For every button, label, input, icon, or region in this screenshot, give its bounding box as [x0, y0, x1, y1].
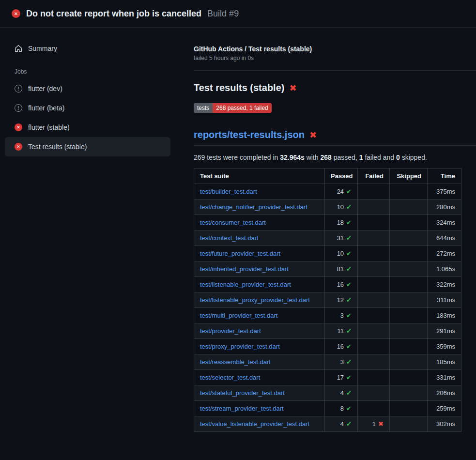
test-suite-link[interactable]: test/value_listenable_provider_test.dart [200, 420, 309, 428]
failed-cell [358, 184, 390, 199]
failed-cell: 1✖ [358, 416, 390, 432]
skipped-cell [390, 184, 428, 199]
column-header: Passed [325, 169, 358, 184]
failed-cell [358, 277, 390, 292]
test-suite-link[interactable]: test/provider_test.dart [200, 327, 261, 335]
divider [194, 70, 476, 71]
suite-cell: test/stream_provider_test.dart [194, 401, 325, 416]
test-suite-link[interactable]: test/builder_test.dart [200, 188, 257, 195]
test-suite-link[interactable]: test/reassemble_test.dart [200, 358, 271, 366]
test-suite-link[interactable]: test/change_notifier_provider_test.dart [200, 203, 307, 211]
sidebar-item-summary[interactable]: Summary [5, 40, 170, 57]
summary-text: 1 [359, 153, 363, 161]
table-row: test/stream_provider_test.dart8✔259ms [194, 401, 461, 416]
count-value: 3 [340, 312, 344, 319]
jobs-list: !flutter (dev)!flutter (beta)✕flutter (s… [5, 79, 170, 156]
summary-text: 268 [321, 153, 332, 161]
failed-cross-icon: ✖ [289, 83, 296, 93]
count-value: 16 [337, 281, 344, 288]
passed-cell: 4✔ [325, 385, 358, 401]
skipped-cell [390, 323, 428, 339]
table-row: test/value_listenable_provider_test.dart… [194, 416, 461, 432]
skipped-cell [390, 215, 428, 230]
time-cell: 359ms [428, 339, 461, 354]
passed-cell: 81✔ [325, 261, 358, 277]
status-line: failed 5 hours ago in 0s [194, 55, 476, 61]
time-cell: 324ms [428, 215, 461, 230]
count-value: 16 [337, 343, 344, 350]
sidebar-item-job[interactable]: !flutter (dev) [5, 79, 170, 98]
sidebar-item-job[interactable]: ✕flutter (stable) [5, 118, 170, 137]
tests-summary: 269 tests were completed in 32.964s with… [194, 153, 476, 161]
passed-cell: 24✔ [325, 184, 358, 199]
suite-cell: test/reassemble_test.dart [194, 354, 325, 370]
skipped-cell [390, 292, 428, 308]
suite-cell: test/multi_provider_test.dart [194, 308, 325, 323]
sidebar-item-job[interactable]: ✕Test results (stable) [5, 137, 170, 156]
count-value: 4 [340, 420, 344, 428]
passed-cell: 3✔ [325, 354, 358, 370]
main-content: GitHub Actions / Test results (stable) f… [182, 28, 476, 460]
failed-cell [358, 199, 390, 215]
column-header: Time [428, 169, 461, 184]
suite-cell: test/builder_test.dart [194, 184, 325, 199]
table-row: test/inherited_provider_test.dart81✔1.06… [194, 261, 461, 277]
home-icon [15, 45, 22, 52]
check-icon: ✔ [346, 420, 352, 428]
suite-cell: test/context_test.dart [194, 230, 325, 246]
count-value: 18 [337, 219, 344, 226]
check-run-header: ✕ Do not create report when job is cance… [0, 0, 476, 28]
check-icon: ✔ [346, 327, 352, 335]
test-suite-link[interactable]: test/selector_test.dart [200, 374, 260, 381]
failed-cell [358, 339, 390, 354]
test-suite-link[interactable]: test/context_test.dart [200, 234, 259, 242]
check-icon: ✔ [346, 219, 352, 226]
test-suite-link[interactable]: test/listenable_provider_test.dart [200, 281, 291, 288]
column-header: Failed [358, 169, 390, 184]
test-suite-link[interactable]: test/stateful_provider_test.dart [200, 389, 285, 397]
time-cell: 375ms [428, 184, 461, 199]
passed-cell: 18✔ [325, 215, 358, 230]
report-title: reports/test-results.json ✖ [194, 129, 476, 146]
passed-cell: 8✔ [325, 401, 358, 416]
check-icon: ✔ [346, 405, 352, 412]
test-suite-link[interactable]: test/inherited_provider_test.dart [200, 265, 289, 273]
count-value: 24 [337, 188, 344, 195]
sidebar-item-job[interactable]: !flutter (beta) [5, 98, 170, 118]
skipped-cell [390, 277, 428, 292]
skipped-cell [390, 354, 428, 370]
job-label: flutter (beta) [28, 104, 64, 112]
test-suite-link[interactable]: test/listenable_proxy_provider_test.dart [200, 296, 310, 304]
table-row: test/proxy_provider_test.dart16✔359ms [194, 339, 461, 354]
failed-cell [358, 292, 390, 308]
time-cell: 280ms [428, 199, 461, 215]
test-suite-link[interactable]: test/stream_provider_test.dart [200, 405, 284, 412]
table-row: test/consumer_test.dart18✔324ms [194, 215, 461, 230]
failed-status-icon: ✕ [15, 143, 22, 151]
skipped-cell [390, 246, 428, 261]
failed-cell [358, 215, 390, 230]
count-value: 4 [340, 389, 344, 397]
test-suite-link[interactable]: test/future_provider_test.dart [200, 250, 280, 257]
column-header: Test suite [194, 169, 325, 184]
section-title-text: Test results (stable) [194, 82, 284, 93]
test-suite-link[interactable]: test/consumer_test.dart [200, 219, 266, 226]
test-suite-link[interactable]: test/proxy_provider_test.dart [200, 343, 280, 350]
section-title: Test results (stable) ✖ [194, 82, 476, 93]
check-icon: ✔ [346, 203, 352, 211]
failed-cell [358, 385, 390, 401]
passed-cell: 16✔ [325, 277, 358, 292]
table-header-row: Test suitePassedFailedSkippedTime [194, 169, 461, 184]
count-value: 81 [337, 265, 344, 273]
failed-cell [358, 246, 390, 261]
table-row: test/listenable_provider_test.dart16✔322… [194, 277, 461, 292]
test-suite-link[interactable]: test/multi_provider_test.dart [200, 312, 277, 319]
suite-cell: test/provider_test.dart [194, 323, 325, 339]
sidebar: Summary Jobs !flutter (dev)!flutter (bet… [0, 28, 182, 460]
passed-cell: 10✔ [325, 246, 358, 261]
suite-cell: test/proxy_provider_test.dart [194, 339, 325, 354]
summary-text: failed and [363, 153, 397, 161]
time-cell: 272ms [428, 246, 461, 261]
report-link[interactable]: reports/test-results.json [194, 129, 305, 140]
count-value: 31 [337, 234, 344, 242]
